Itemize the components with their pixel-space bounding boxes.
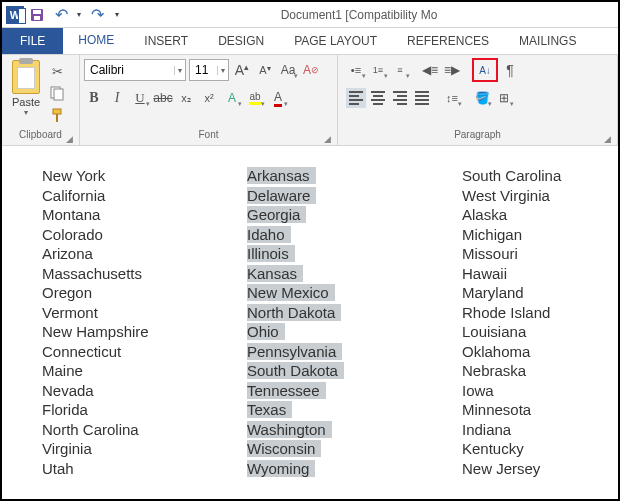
text-line[interactable]: New Jersey (462, 459, 561, 479)
text-line[interactable]: Virginia (42, 439, 247, 459)
text-line[interactable]: Nebraska (462, 361, 561, 381)
multilevel-list-button[interactable]: ≡▾ (390, 60, 410, 80)
text-line[interactable]: Florida (42, 400, 247, 420)
text-line[interactable]: Illinois (247, 244, 462, 264)
save-icon[interactable] (26, 5, 48, 25)
text-line[interactable]: Wyoming (247, 459, 462, 479)
italic-button[interactable]: I (107, 88, 127, 108)
text-line[interactable]: Vermont (42, 303, 247, 323)
tab-file[interactable]: FILE (2, 28, 63, 54)
word-app-icon[interactable]: W (6, 6, 24, 24)
ribbon-tabs: FILE HOME INSERT DESIGN PAGE LAYOUT REFE… (2, 28, 618, 54)
sort-button[interactable]: A↓ (472, 58, 498, 82)
text-line[interactable]: Oregon (42, 283, 247, 303)
text-line[interactable]: Texas (247, 400, 462, 420)
align-right-button[interactable] (390, 88, 410, 108)
text-line[interactable]: Georgia (247, 205, 462, 225)
bullets-button[interactable]: •≡▾ (346, 60, 366, 80)
qat-customize-icon[interactable]: ▾ (110, 5, 124, 25)
font-name-combo[interactable]: Calibri▾ (84, 59, 186, 81)
redo-icon[interactable]: ↷ (86, 5, 108, 25)
text-line[interactable]: Minnesota (462, 400, 561, 420)
shrink-font-button[interactable]: A▾ (255, 60, 275, 80)
text-line[interactable]: North Carolina (42, 420, 247, 440)
tab-design[interactable]: DESIGN (203, 28, 279, 54)
text-line[interactable]: Hawaii (462, 264, 561, 284)
text-line[interactable]: Washington (247, 420, 462, 440)
launcher-icon[interactable]: ◢ (604, 134, 611, 144)
text-line[interactable]: Kentucky (462, 439, 561, 459)
text-line[interactable]: Indiana (462, 420, 561, 440)
highlight-button[interactable]: ab▾ (245, 88, 265, 108)
text-line[interactable]: Massachusetts (42, 264, 247, 284)
shading-button[interactable]: 🪣▾ (472, 88, 492, 108)
text-line[interactable]: Oklahoma (462, 342, 561, 362)
text-line[interactable]: Missouri (462, 244, 561, 264)
grow-font-button[interactable]: A▴ (232, 60, 252, 80)
tab-home[interactable]: HOME (63, 28, 129, 54)
text-line[interactable]: Utah (42, 459, 247, 479)
document-body[interactable]: New YorkCaliforniaMontanaColoradoArizona… (2, 146, 618, 488)
borders-button[interactable]: ⊞▾ (494, 88, 514, 108)
tab-mailings[interactable]: MAILINGS (504, 28, 591, 54)
text-line[interactable]: Colorado (42, 225, 247, 245)
subscript-button[interactable]: x₂ (176, 88, 196, 108)
bold-button[interactable]: B (84, 88, 104, 108)
text-line[interactable]: Maryland (462, 283, 561, 303)
launcher-icon[interactable]: ◢ (324, 134, 331, 144)
text-line[interactable]: Connecticut (42, 342, 247, 362)
justify-button[interactable] (412, 88, 432, 108)
text-line[interactable]: Delaware (247, 186, 462, 206)
text-line[interactable]: Maine (42, 361, 247, 381)
text-effects-button[interactable]: A▾ (222, 88, 242, 108)
text-line[interactable]: Tennessee (247, 381, 462, 401)
paste-button[interactable]: Paste ▾ (6, 58, 46, 117)
text-line[interactable]: Rhode Island (462, 303, 561, 323)
column-1: New YorkCaliforniaMontanaColoradoArizona… (42, 166, 247, 478)
text-line[interactable]: Pennsylvania (247, 342, 462, 362)
superscript-button[interactable]: x² (199, 88, 219, 108)
cut-icon[interactable]: ✂ (48, 62, 66, 80)
launcher-icon[interactable]: ◢ (66, 134, 73, 144)
increase-indent-button[interactable]: ≡▶ (442, 60, 462, 80)
line-spacing-button[interactable]: ↕≡▾ (442, 88, 462, 108)
strikethrough-button[interactable]: abc (153, 88, 173, 108)
tab-insert[interactable]: INSERT (129, 28, 203, 54)
text-line[interactable]: Kansas (247, 264, 462, 284)
text-line[interactable]: New York (42, 166, 247, 186)
change-case-button[interactable]: Aa▾ (278, 60, 298, 80)
clear-formatting-button[interactable]: A⊘ (301, 60, 321, 80)
text-line[interactable]: Arizona (42, 244, 247, 264)
text-line[interactable]: Michigan (462, 225, 561, 245)
text-line[interactable]: Iowa (462, 381, 561, 401)
text-line[interactable]: New Mexico (247, 283, 462, 303)
copy-icon[interactable] (48, 84, 66, 102)
text-line[interactable]: South Carolina (462, 166, 561, 186)
text-line[interactable]: Nevada (42, 381, 247, 401)
align-center-button[interactable] (368, 88, 388, 108)
font-size-combo[interactable]: 11▾ (189, 59, 229, 81)
text-line[interactable]: New Hampshire (42, 322, 247, 342)
undo-icon[interactable]: ↶ (50, 5, 72, 25)
undo-dropdown-icon[interactable]: ▾ (74, 5, 84, 25)
format-painter-icon[interactable] (48, 106, 66, 124)
text-line[interactable]: California (42, 186, 247, 206)
text-line[interactable]: Ohio (247, 322, 462, 342)
text-line[interactable]: South Dakota (247, 361, 462, 381)
font-color-button[interactable]: A▾ (268, 88, 288, 108)
numbering-button[interactable]: 1≡▾ (368, 60, 388, 80)
underline-button[interactable]: U▾ (130, 88, 150, 108)
text-line[interactable]: Montana (42, 205, 247, 225)
align-left-button[interactable] (346, 88, 366, 108)
text-line[interactable]: West Virginia (462, 186, 561, 206)
show-hide-button[interactable]: ¶ (500, 60, 520, 80)
text-line[interactable]: Alaska (462, 205, 561, 225)
tab-page-layout[interactable]: PAGE LAYOUT (279, 28, 392, 54)
text-line[interactable]: Idaho (247, 225, 462, 245)
text-line[interactable]: Wisconsin (247, 439, 462, 459)
decrease-indent-button[interactable]: ◀≡ (420, 60, 440, 80)
text-line[interactable]: North Dakota (247, 303, 462, 323)
tab-references[interactable]: REFERENCES (392, 28, 504, 54)
text-line[interactable]: Arkansas (247, 166, 462, 186)
text-line[interactable]: Louisiana (462, 322, 561, 342)
